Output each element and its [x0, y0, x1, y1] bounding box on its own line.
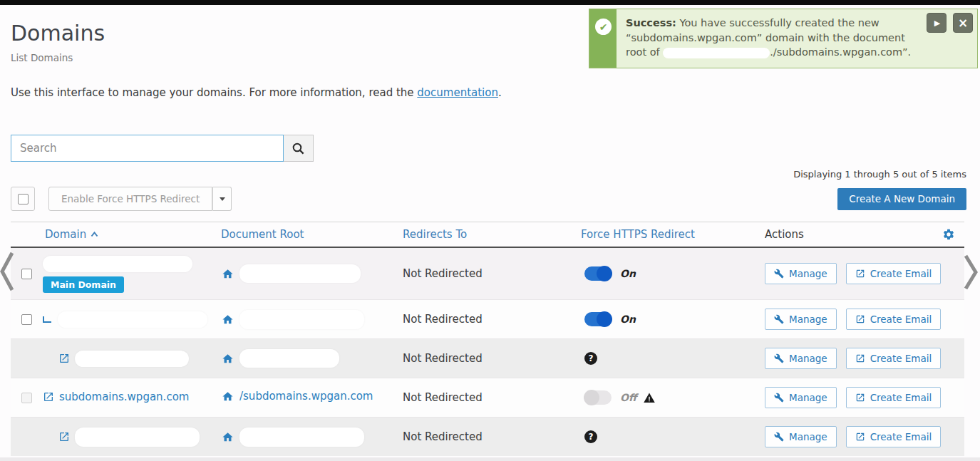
external-link-icon: [43, 316, 51, 323]
select-all-checkbox-wrap[interactable]: [11, 187, 35, 211]
table-row: Not Redirected On Manage Create Email: [11, 299, 964, 338]
main-domain-badge: Main Domain: [43, 276, 124, 293]
chevron-down-icon: [220, 197, 225, 201]
chevron-left-icon: [0, 251, 14, 292]
chevron-right-icon: [964, 254, 978, 291]
create-email-button[interactable]: Create Email: [846, 263, 942, 284]
row-checkbox[interactable]: [21, 269, 32, 279]
redacted-document-root: [239, 310, 364, 329]
domain-link[interactable]: subdomains.wpgan.com: [43, 390, 189, 403]
create-email-button[interactable]: Create Email: [846, 426, 942, 447]
redacted-domain: [75, 428, 200, 447]
home-icon: [221, 431, 234, 443]
search-input[interactable]: [11, 135, 284, 162]
column-header-force-https[interactable]: Force HTTPS Redirect: [581, 228, 761, 241]
bulk-action-dropdown[interactable]: [212, 187, 232, 211]
results-count: Displaying 1 through 5 out of 5 items: [11, 169, 966, 180]
column-header-domain[interactable]: Domain: [43, 228, 221, 241]
create-email-button[interactable]: Create Email: [846, 387, 942, 408]
column-header-actions: Actions: [765, 228, 804, 241]
row-checkbox[interactable]: [21, 314, 32, 325]
top-black-bar: [0, 0, 980, 5]
redirects-to-value: Not Redirected: [403, 352, 581, 365]
manage-button[interactable]: Manage: [765, 426, 837, 447]
home-icon: [221, 268, 234, 280]
success-notification: ✔ Success: You have successfully created…: [589, 9, 978, 68]
table-header-row: Domain Document Root Redirects To Force …: [11, 222, 964, 248]
column-header-document-root[interactable]: Document Root: [221, 228, 403, 241]
intro-text: Use this interface to manage your domain…: [11, 86, 966, 100]
https-toggle[interactable]: [584, 266, 612, 281]
external-link-icon: [855, 269, 865, 279]
wrench-icon: [774, 314, 784, 324]
manage-button[interactable]: Manage: [765, 387, 837, 408]
notification-play-button[interactable]: ▶: [927, 13, 947, 33]
redirects-to-value: Not Redirected: [403, 267, 581, 280]
wrench-icon: [774, 393, 784, 403]
redirects-to-value: Not Redirected: [403, 391, 581, 404]
notification-close-button[interactable]: ×: [953, 13, 973, 33]
document-root-link[interactable]: /subdomains.wpgan.com: [221, 390, 373, 403]
redacted-text: [663, 48, 770, 58]
external-link-icon: [855, 393, 865, 403]
redacted-document-root: [239, 264, 361, 283]
https-toggle[interactable]: [584, 390, 612, 405]
create-domain-button[interactable]: Create A New Domain: [837, 188, 966, 210]
footer-strip: [0, 457, 980, 461]
manage-button[interactable]: Manage: [765, 309, 837, 330]
redacted-document-root: [239, 349, 339, 368]
notification-title: Success:: [626, 17, 676, 29]
redacted-domain: [58, 311, 207, 328]
domains-table: Domain Document Root Redirects To Force …: [11, 222, 964, 456]
redacted-domain: [43, 256, 192, 272]
sort-ascending-icon: [91, 232, 98, 237]
https-toggle-label: On: [620, 314, 636, 325]
warning-icon: [643, 392, 656, 404]
create-email-button[interactable]: Create Email: [846, 309, 942, 330]
documentation-link[interactable]: documentation: [417, 86, 498, 99]
table-row: Not Redirected ? Manage Create Email: [11, 338, 964, 378]
manage-button[interactable]: Manage: [765, 348, 837, 369]
https-toggle-label: On: [620, 268, 636, 279]
wrench-icon: [774, 353, 784, 363]
row-checkbox[interactable]: [21, 393, 32, 403]
table-settings-gear-icon[interactable]: [942, 228, 955, 241]
home-icon: [221, 314, 234, 326]
previous-page-chevron[interactable]: [0, 251, 14, 295]
table-row: subdomains.wpgan.com /subdomains.wpgan.c…: [11, 378, 964, 417]
close-icon: ×: [958, 16, 968, 30]
notification-message: Success: You have successfully created t…: [617, 9, 977, 66]
external-link-icon: [855, 353, 865, 363]
home-icon: [221, 353, 234, 365]
wrench-icon: [774, 432, 784, 442]
bulk-action-button[interactable]: Enable Force HTTPS Redirect: [48, 187, 212, 211]
table-row: Not Redirected ? Manage Create Email: [11, 417, 964, 456]
external-link-icon: [855, 432, 865, 442]
select-all-checkbox[interactable]: [18, 194, 29, 204]
table-row: Main Domain Not Redirected On Manage Cre…: [11, 248, 964, 299]
redirects-to-value: Not Redirected: [403, 430, 581, 443]
external-link-icon: [855, 314, 865, 324]
external-link-icon: [58, 353, 70, 364]
wrench-icon: [774, 269, 784, 279]
home-icon: [221, 390, 234, 403]
column-header-redirects-to[interactable]: Redirects To: [403, 228, 581, 241]
next-page-chevron[interactable]: [964, 254, 978, 294]
https-toggle[interactable]: [584, 312, 612, 326]
question-mark-icon: ?: [584, 430, 597, 443]
external-link-icon: [43, 391, 54, 403]
external-link-icon: [58, 431, 70, 442]
search-icon: [292, 143, 304, 155]
question-mark-icon: ?: [584, 352, 597, 365]
bulk-action-split-button: Enable Force HTTPS Redirect: [48, 187, 232, 211]
https-toggle-label: Off: [620, 392, 636, 403]
check-circle-icon: ✔: [595, 19, 612, 35]
create-email-button[interactable]: Create Email: [846, 348, 942, 369]
redirects-to-value: Not Redirected: [403, 313, 581, 326]
play-icon: ▶: [934, 19, 940, 28]
manage-button[interactable]: Manage: [765, 263, 837, 284]
redacted-domain: [75, 351, 189, 367]
search-button[interactable]: [284, 135, 314, 162]
redacted-document-root: [239, 428, 364, 447]
